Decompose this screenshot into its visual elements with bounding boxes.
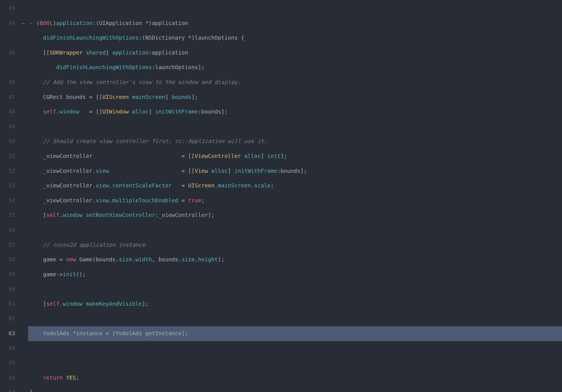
code-line[interactable]: // Should create view controller first, … [28, 134, 562, 149]
code-token: . [60, 301, 63, 307]
code-line[interactable]: [self.window setRootViewController:_view… [28, 208, 562, 223]
code-token: ; [201, 197, 205, 204]
code-token [30, 64, 56, 71]
line-number: 59 [0, 267, 15, 282]
code-token: ]; [191, 94, 198, 100]
fold-marker [18, 46, 28, 60]
code-token: self [43, 108, 56, 115]
code-token: : [149, 49, 152, 56]
code-line[interactable]: _viewController.view = [[View alloc] ini… [28, 164, 562, 179]
fold-marker [18, 238, 28, 253]
line-number: 43 [0, 1, 15, 16]
code-line[interactable]: game = new Game(bounds.size.width, bound… [28, 252, 562, 267]
code-token: // Add the view controller's view to the… [43, 79, 241, 85]
fold-marker [18, 134, 28, 149]
code-line[interactable] [28, 341, 562, 356]
code-line[interactable]: [[SDKWrapper shared] application:applica… [28, 46, 562, 60]
code-line[interactable]: self.window = [[UIWindow alloc] initWith… [28, 105, 562, 119]
code-line[interactable]: _viewController = [[ViewController alloc… [28, 149, 562, 164]
fold-marker [18, 75, 28, 90]
code-line[interactable]: CGRect bounds = [[UIScreen mainScreen] b… [28, 90, 562, 105]
code-token: size [119, 256, 132, 263]
line-number: 50 [0, 134, 15, 149]
line-number: 54 [0, 193, 15, 208]
code-line[interactable]: _viewController.view.multipleTouchEnable… [28, 193, 562, 208]
code-token: _viewController. [30, 168, 96, 174]
code-token: true [188, 197, 201, 204]
code-line[interactable]: // Add the view controller's view to the… [28, 75, 562, 90]
code-token: *) [142, 20, 152, 26]
code-line[interactable]: return YES; [28, 371, 562, 386]
code-token: [[ [30, 49, 49, 56]
code-token: ] [228, 168, 234, 174]
code-token: :( [92, 20, 99, 26]
code-token [83, 212, 86, 218]
line-number: 45 [0, 46, 15, 60]
code-editor[interactable]: 4344454647484950515253545556575859606162… [0, 0, 562, 392]
fold-marker [18, 326, 28, 341]
code-token: UIScreen [188, 182, 215, 189]
line-number-gutter: 4344454647484950515253545556575859606162… [0, 0, 18, 392]
code-token: init [63, 271, 76, 278]
code-line[interactable] [28, 356, 562, 371]
code-token: :_viewController]; [155, 212, 214, 218]
line-number: 56 [0, 223, 15, 238]
code-line[interactable] [28, 282, 562, 297]
code-line[interactable]: } [28, 385, 562, 392]
fold-marker [18, 1, 28, 16]
code-line[interactable]: game->init(); [28, 267, 562, 282]
fold-marker [18, 311, 28, 326]
code-token: ViewController [195, 153, 241, 159]
code-token: initWithFrame [155, 108, 198, 115]
code-line[interactable]: [self.window makeKeyAndVisible]; [28, 297, 562, 312]
code-token: _viewController. [30, 197, 96, 204]
code-token: bounds = [[ [63, 94, 102, 100]
line-number: 66 [0, 371, 15, 386]
code-line[interactable]: - (BOOL)application:(UIApplication *)app… [28, 16, 562, 31]
code-line[interactable]: Yodo1Ads *instance = [Yodo1Ads getInstan… [28, 326, 562, 341]
code-line[interactable]: didFinishLaunchingWithOptions:(NSDiction… [28, 31, 562, 46]
code-line[interactable]: didFinishLaunchingWithOptions:launchOpti… [28, 60, 562, 75]
fold-marker [18, 282, 28, 297]
line-number: 65 [0, 356, 15, 371]
code-token: didFinishLaunchingWithOptions [43, 35, 139, 41]
code-token: *) [185, 35, 195, 41]
line-number: 55 [0, 208, 15, 223]
code-token: game = [30, 256, 66, 263]
code-line[interactable] [28, 311, 562, 326]
code-area[interactable]: - (BOOL)application:(UIApplication *)app… [28, 0, 562, 392]
code-token [30, 108, 43, 115]
fold-marker [18, 267, 28, 282]
code-token: bounds [172, 94, 191, 100]
code-line[interactable] [28, 119, 562, 134]
code-token: { [238, 35, 244, 41]
line-number: 62 [0, 311, 15, 326]
fold-marker [18, 297, 28, 312]
line-number: 64 [0, 341, 15, 356]
code-token [30, 35, 43, 41]
code-token [63, 375, 66, 381]
code-token: . [132, 256, 135, 263]
code-token: - ( [30, 20, 40, 26]
code-token: = [172, 182, 188, 189]
code-line[interactable] [28, 1, 562, 16]
code-token: (bounds. [92, 256, 119, 263]
code-token: :bounds]; [198, 108, 228, 115]
code-token: [ [30, 212, 46, 218]
code-token: launchOptions [155, 64, 198, 71]
code-line[interactable] [28, 223, 562, 238]
code-token: , bounds. [152, 256, 182, 263]
code-token: View [195, 168, 208, 174]
code-line[interactable]: _viewController.view.contentScaleFactor … [28, 178, 562, 193]
code-token: : [152, 64, 155, 71]
code-token: launchOptions [195, 35, 238, 41]
code-token: ) [53, 20, 56, 26]
code-token: contentScaleFactor [112, 182, 172, 189]
code-token: . [195, 256, 198, 263]
code-token: view [96, 182, 109, 189]
code-token: YES [66, 375, 76, 381]
code-token [83, 49, 86, 56]
line-number: 58 [0, 252, 15, 267]
code-line[interactable]: // cocos2d application instance [28, 238, 562, 253]
fold-marker [18, 164, 28, 179]
